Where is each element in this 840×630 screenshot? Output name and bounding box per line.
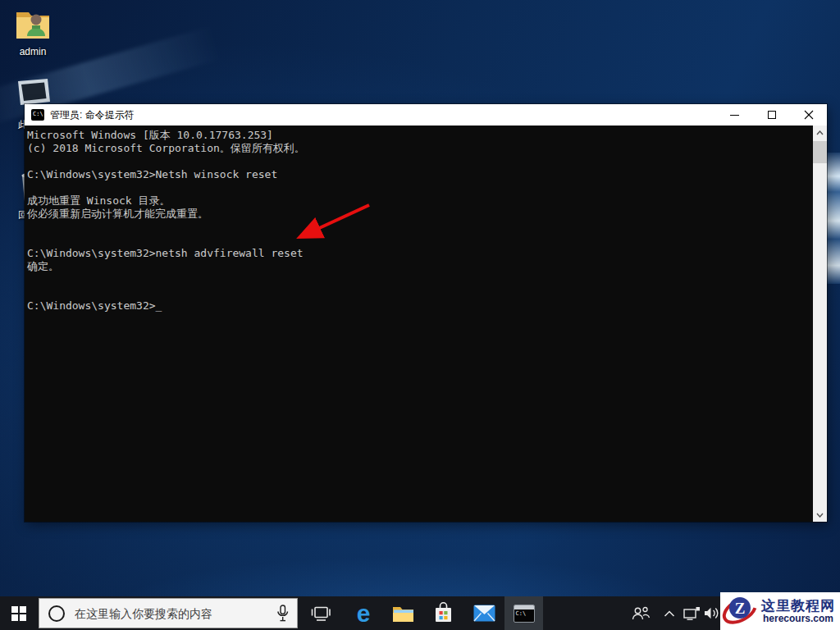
folder-icon: [392, 605, 414, 623]
store-button[interactable]: [424, 596, 462, 630]
start-button[interactable]: [0, 596, 38, 630]
console-output: Microsoft Windows [版本 10.0.17763.253] (c…: [27, 129, 810, 313]
minimize-button[interactable]: [716, 104, 753, 126]
watermark-url: herecours.com: [759, 614, 838, 624]
close-icon: [804, 110, 814, 120]
chevron-up-icon: [664, 610, 675, 617]
chevron-up-icon: [816, 130, 824, 135]
cmd-app-icon: C:\: [31, 109, 44, 121]
speaker-icon: [704, 606, 721, 620]
watermark-logo-icon: Z: [721, 592, 759, 630]
command-prompt-window: C:\ 管理员: 命令提示符 Microsoft Windows [版本 10.…: [25, 104, 827, 522]
people-icon: [631, 606, 651, 621]
desktop-icon-label: admin: [0, 46, 66, 57]
user-folder-icon: [14, 7, 52, 44]
network-status-button[interactable]: [681, 596, 702, 630]
edge-button[interactable]: e: [345, 596, 382, 630]
desktop-icon-admin[interactable]: admin: [0, 7, 66, 57]
mail-icon: [473, 605, 495, 622]
maximize-icon: [768, 111, 776, 119]
store-icon: [434, 602, 453, 624]
taskbar-cmd-button-active[interactable]: C:\: [504, 596, 543, 630]
chevron-down-icon: [816, 513, 824, 518]
console-area[interactable]: Microsoft Windows [版本 10.0.17763.253] (c…: [25, 126, 827, 522]
scrollbar[interactable]: [813, 126, 827, 522]
people-button[interactable]: [628, 596, 653, 630]
scrollbar-thumb[interactable]: [813, 141, 827, 163]
taskbar: e: [0, 596, 840, 630]
mail-button[interactable]: [465, 596, 503, 630]
cmd-icon: C:\: [514, 605, 535, 623]
window-titlebar[interactable]: C:\ 管理员: 命令提示符: [25, 104, 827, 126]
tray-expand-button[interactable]: [660, 596, 679, 630]
minimize-icon: [730, 115, 739, 116]
cortana-icon: [48, 605, 65, 622]
scroll-down-button[interactable]: [813, 508, 827, 522]
task-view-button[interactable]: [302, 596, 340, 630]
scroll-up-button[interactable]: [813, 126, 827, 139]
svg-text:Z: Z: [735, 600, 746, 617]
watermark: Z 这里教程网 herecours.com: [720, 592, 840, 630]
close-button[interactable]: [790, 104, 827, 126]
edge-icon: e: [357, 601, 371, 626]
network-icon: [683, 606, 701, 620]
search-input[interactable]: [75, 607, 276, 620]
microphone-icon[interactable]: [276, 605, 289, 623]
window-title: 管理员: 命令提示符: [50, 108, 716, 122]
task-view-icon: [311, 605, 331, 622]
taskbar-search-box[interactable]: [39, 598, 298, 628]
windows-logo-icon: [11, 606, 26, 621]
maximize-button[interactable]: [753, 104, 790, 126]
file-explorer-button[interactable]: [384, 596, 422, 630]
desktop: admin 此电脑 回收站 C:\ 管理员: 命令提示符: [0, 0, 840, 630]
watermark-title: 这里教程网: [759, 598, 838, 614]
